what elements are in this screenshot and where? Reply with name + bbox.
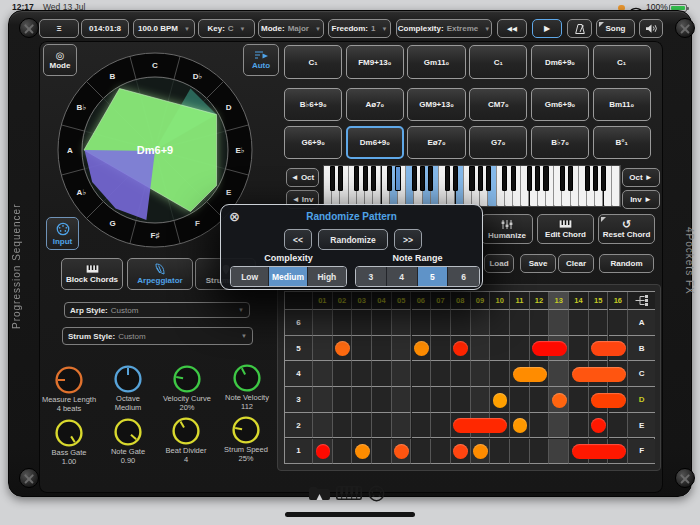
invert-up-button[interactable]: Inv ► (622, 190, 660, 209)
chord-pad[interactable]: B♭7₀ (531, 126, 589, 159)
step-cell[interactable] (352, 413, 372, 439)
step-cell[interactable] (530, 439, 550, 465)
black-key[interactable] (420, 166, 425, 191)
knob-octave[interactable] (113, 364, 143, 394)
step-cell[interactable] (510, 336, 530, 362)
knob-note-gate[interactable] (113, 417, 143, 447)
song-button[interactable]: Song (596, 19, 635, 38)
black-key[interactable] (453, 166, 458, 191)
step-cell[interactable] (412, 387, 432, 413)
black-key[interactable] (428, 166, 433, 191)
note-pill[interactable] (591, 341, 625, 356)
black-key[interactable] (568, 166, 573, 191)
note-pill[interactable] (473, 444, 488, 459)
black-key[interactable] (412, 166, 417, 191)
black-key[interactable] (601, 166, 606, 191)
step-cell[interactable] (372, 336, 392, 362)
next-pattern-button[interactable]: >> (394, 229, 422, 250)
chord-pad[interactable]: C₁ (593, 45, 651, 79)
black-key[interactable] (363, 166, 368, 191)
note-pill[interactable] (335, 341, 350, 356)
knob-velocity-curve[interactable] (172, 364, 202, 394)
segment-3[interactable]: 3 (356, 267, 387, 286)
step-cell[interactable] (490, 310, 510, 336)
note-pill[interactable] (591, 393, 625, 408)
note-pill[interactable] (493, 393, 508, 408)
step-cell[interactable] (431, 387, 451, 413)
step-cell[interactable] (392, 336, 412, 362)
white-key[interactable] (612, 166, 620, 206)
black-key[interactable] (593, 166, 598, 191)
knob-note-velocity[interactable] (232, 363, 262, 393)
black-key[interactable] (535, 166, 540, 191)
key-dropdown[interactable]: Key:C▼ (198, 19, 255, 38)
black-key[interactable] (338, 166, 343, 191)
step-cell[interactable] (333, 387, 353, 413)
chord-pad[interactable]: B°₁ (593, 126, 651, 159)
chord-pad[interactable]: G7₀ (469, 126, 527, 159)
black-key[interactable] (330, 166, 335, 191)
step-cell[interactable] (471, 361, 491, 387)
humanize-button[interactable]: Humanize (481, 214, 533, 244)
step-cell[interactable] (471, 310, 491, 336)
step-cell[interactable] (549, 439, 569, 465)
step-cell[interactable] (431, 361, 451, 387)
step-cell[interactable] (549, 413, 569, 439)
black-key[interactable] (445, 166, 450, 191)
chord-pad[interactable]: Dm6+9₀ (531, 45, 589, 79)
black-key[interactable] (469, 166, 474, 191)
step-cell[interactable] (589, 310, 609, 336)
black-key[interactable] (502, 166, 507, 191)
randomize-button[interactable]: Randomize (318, 229, 388, 250)
chord-pad[interactable]: FM9+13₀ (346, 45, 404, 79)
prev-pattern-button[interactable]: << (284, 229, 312, 250)
black-key[interactable] (486, 166, 491, 191)
mode-dropdown[interactable]: Mode:Major▼ (258, 19, 324, 38)
keyboard-icon[interactable] (336, 486, 362, 504)
step-cell[interactable] (412, 439, 432, 465)
home-indicator[interactable] (285, 512, 415, 517)
freedom-dropdown[interactable]: Freedom:1▼ (328, 19, 391, 38)
wheel-auto-button[interactable]: Auto (243, 44, 279, 76)
midi-input-button[interactable]: Input (46, 217, 79, 250)
step-cell[interactable] (431, 310, 451, 336)
step-cell[interactable] (392, 310, 412, 336)
volume-button[interactable] (639, 19, 663, 38)
step-cell[interactable] (451, 310, 471, 336)
step-cell[interactable] (352, 387, 372, 413)
chord-pad[interactable]: Gm6+9₀ (531, 88, 589, 121)
chord-pad[interactable]: Aø7₀ (346, 88, 404, 121)
edit-chord-button[interactable]: Edit Chord (537, 214, 594, 244)
octave-down-button[interactable]: ◄ Oct (286, 168, 319, 187)
clear-button[interactable]: Clear (558, 254, 594, 273)
step-cell[interactable] (471, 336, 491, 362)
black-key[interactable] (478, 166, 483, 191)
step-cell[interactable] (352, 310, 372, 336)
step-cell[interactable] (372, 310, 392, 336)
chord-pad[interactable]: C₁ (469, 45, 527, 79)
step-cell[interactable] (392, 413, 412, 439)
tab-arpeggiator[interactable]: Arpeggiator (127, 258, 193, 290)
step-cell[interactable] (549, 310, 569, 336)
step-cell[interactable] (372, 413, 392, 439)
segment-5[interactable]: 5 (418, 267, 449, 286)
step-cell[interactable] (569, 336, 589, 362)
chord-pad[interactable]: Eø7₀ (407, 126, 465, 159)
step-cell[interactable] (412, 361, 432, 387)
note-pill[interactable] (453, 418, 507, 433)
chord-pad[interactable]: B♭6+9₀ (284, 88, 342, 121)
arp-style-dropdown[interactable]: Arp Style:Custom ▼ (64, 302, 250, 318)
step-cell[interactable] (412, 310, 432, 336)
step-cell[interactable] (431, 336, 451, 362)
note-pill[interactable] (394, 444, 409, 459)
black-key[interactable] (585, 166, 590, 191)
step-cell[interactable] (333, 413, 353, 439)
segment-high[interactable]: High (308, 267, 346, 286)
black-key[interactable] (354, 166, 359, 191)
segment-medium[interactable]: Medium (269, 267, 307, 286)
step-cell[interactable] (569, 387, 589, 413)
segment-4[interactable]: 4 (387, 267, 418, 286)
chord-pad[interactable]: CM7₀ (469, 88, 527, 121)
step-cell[interactable] (313, 361, 333, 387)
step-cell[interactable] (412, 413, 432, 439)
